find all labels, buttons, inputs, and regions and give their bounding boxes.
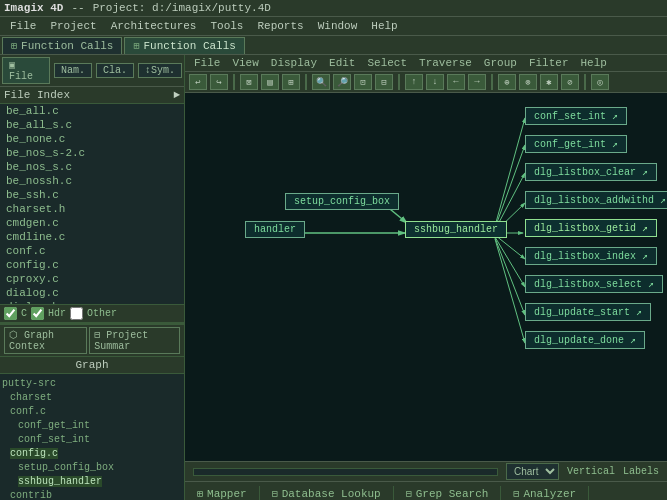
rt-select[interactable]: Select xyxy=(362,56,412,70)
tab-function-calls-1[interactable]: ⊞ Function Calls xyxy=(2,37,122,54)
node-dlg-listbox-clear[interactable]: dlg_listbox_clear ↗ xyxy=(525,163,657,181)
menu-architectures[interactable]: Architectures xyxy=(105,19,203,33)
horizontal-scrollbar[interactable] xyxy=(193,468,498,476)
left-tab-cla[interactable]: Cla. xyxy=(96,63,134,78)
list-item[interactable]: cmdgen.c xyxy=(0,216,184,230)
list-item[interactable]: be_ssh.c xyxy=(0,188,184,202)
bottom-tab-database-lookup[interactable]: ⊟ Database Lookup xyxy=(260,486,394,501)
rt-view[interactable]: View xyxy=(227,56,263,70)
bottom-tab-mapper[interactable]: ⊞ Mapper xyxy=(185,486,260,501)
graph-context-tab[interactable]: ⬡ Graph Contex xyxy=(4,327,87,354)
project-summary-tab[interactable]: ⊟ Project Summar xyxy=(89,327,180,354)
icon-btn-11[interactable]: ↓ xyxy=(426,74,444,90)
list-item[interactable]: cmdline.c xyxy=(0,230,184,244)
left-tab-sym[interactable]: ↕Sym. xyxy=(138,63,182,78)
icon-btn-3[interactable]: ⊠ xyxy=(240,74,258,90)
left-toolbar: ▣ File Nam. Cla. ↕Sym. xyxy=(0,55,184,87)
icon-btn-18[interactable]: ◎ xyxy=(591,74,609,90)
right-panel: File View Display Edit Select Traverse G… xyxy=(185,55,667,500)
tree-item-conf-get-int[interactable]: conf_get_int xyxy=(2,418,182,432)
menu-window[interactable]: Window xyxy=(312,19,364,33)
node-setup-config-box[interactable]: setup_config_box xyxy=(285,193,399,210)
icon-btn-14[interactable]: ⊕ xyxy=(498,74,516,90)
menu-project[interactable]: Project xyxy=(44,19,102,33)
filter-c-checkbox[interactable] xyxy=(4,307,17,320)
icon-btn-5[interactable]: ⊞ xyxy=(282,74,300,90)
filter-other-checkbox[interactable] xyxy=(70,307,83,320)
node-sshbug-handler[interactable]: sshbug_handler xyxy=(405,221,507,238)
list-item[interactable]: be_none.c xyxy=(0,132,184,146)
rt-file[interactable]: File xyxy=(189,56,225,70)
node-dlg-update-done[interactable]: dlg_update_done ↗ xyxy=(525,331,645,349)
bottom-tab-grep-search[interactable]: ⊟ Grep Search xyxy=(394,486,502,501)
file-index-label: File Index xyxy=(4,89,70,101)
menu-reports[interactable]: Reports xyxy=(251,19,309,33)
list-item[interactable]: config.c xyxy=(0,258,184,272)
tree-item-conf-set-int[interactable]: conf_set_int xyxy=(2,432,182,446)
icon-btn-17[interactable]: ⊘ xyxy=(561,74,579,90)
node-dlg-listbox-getid[interactable]: dlg_listbox_getid ↗ xyxy=(525,219,657,237)
rt-display[interactable]: Display xyxy=(266,56,322,70)
tree-item-setup-config-box[interactable]: setup_config_box xyxy=(2,460,182,474)
file-list[interactable]: be_all.c be_all_s.c be_none.c be_nos_s-2… xyxy=(0,104,184,304)
tree-item-putty-src[interactable]: putty-src xyxy=(2,376,182,390)
filter-hdr-checkbox[interactable] xyxy=(31,307,44,320)
filter-c-label: C xyxy=(21,308,27,319)
rt-help[interactable]: Help xyxy=(575,56,611,70)
database-lookup-label: Database Lookup xyxy=(282,488,381,500)
icon-btn-13[interactable]: → xyxy=(468,74,486,90)
icon-btn-7[interactable]: 🔎 xyxy=(333,74,351,90)
list-item[interactable]: be_nos_s-2.c xyxy=(0,146,184,160)
list-item[interactable]: conf.c xyxy=(0,244,184,258)
node-dlg-listbox-select[interactable]: dlg_listbox_select ↗ xyxy=(525,275,663,293)
rt-filter[interactable]: Filter xyxy=(524,56,574,70)
rt-edit[interactable]: Edit xyxy=(324,56,360,70)
chart-select[interactable]: Chart xyxy=(506,463,559,480)
list-item[interactable]: charset.h xyxy=(0,202,184,216)
menu-help[interactable]: Help xyxy=(365,19,403,33)
tab-function-calls-2[interactable]: ⊞ Function Calls xyxy=(124,37,244,54)
icon-btn-16[interactable]: ✱ xyxy=(540,74,558,90)
tree-item-conf-c[interactable]: conf.c xyxy=(2,404,182,418)
left-tab-file[interactable]: ▣ File xyxy=(2,57,50,84)
expand-icon[interactable]: ► xyxy=(173,89,180,101)
list-item[interactable]: be_all_s.c xyxy=(0,118,184,132)
left-tab-nam[interactable]: Nam. xyxy=(54,63,92,78)
vertical-label: Vertical xyxy=(567,466,615,477)
tree-item-charset[interactable]: charset xyxy=(2,390,182,404)
tree-item-config-c[interactable]: config.c xyxy=(2,446,182,460)
menu-items[interactable]: File Project Architectures Tools Reports… xyxy=(4,19,404,33)
node-handler[interactable]: handler xyxy=(245,221,305,238)
rt-traverse[interactable]: Traverse xyxy=(414,56,477,70)
list-item[interactable]: be_nossh.c xyxy=(0,174,184,188)
left-panel: ▣ File Nam. Cla. ↕Sym. File Index ► be_a… xyxy=(0,55,185,500)
node-dlg-listbox-addwithd[interactable]: dlg_listbox_addwithd ↗ xyxy=(525,191,667,209)
node-conf-get-int[interactable]: conf_get_int ↗ xyxy=(525,135,627,153)
list-item[interactable]: be_all.c xyxy=(0,104,184,118)
svg-line-10 xyxy=(495,238,525,315)
bottom-tab-analyzer[interactable]: ⊟ Analyzer xyxy=(501,486,589,501)
icon-btn-10[interactable]: ↑ xyxy=(405,74,423,90)
icon-btn-6[interactable]: 🔍 xyxy=(312,74,330,90)
svg-line-4 xyxy=(495,145,525,228)
list-item[interactable]: dialog.c xyxy=(0,286,184,300)
icon-btn-12[interactable]: ← xyxy=(447,74,465,90)
list-item[interactable]: cproxy.c xyxy=(0,272,184,286)
tree-item-sshbug-handler[interactable]: sshbug_handler xyxy=(2,474,182,488)
rt-group[interactable]: Group xyxy=(479,56,522,70)
icon-btn-9[interactable]: ⊟ xyxy=(375,74,393,90)
node-dlg-listbox-index[interactable]: dlg_listbox_index ↗ xyxy=(525,247,657,265)
icon-btn-1[interactable]: ↩ xyxy=(189,74,207,90)
node-conf-set-int[interactable]: conf_set_int ↗ xyxy=(525,107,627,125)
tree-item-contrib[interactable]: contrib xyxy=(2,488,182,500)
menu-tools[interactable]: Tools xyxy=(204,19,249,33)
icon-btn-2[interactable]: ↪ xyxy=(210,74,228,90)
list-item[interactable]: be_nos_s.c xyxy=(0,160,184,174)
icon-btn-15[interactable]: ⊗ xyxy=(519,74,537,90)
node-dlg-update-start[interactable]: dlg_update_start ↗ xyxy=(525,303,651,321)
icon-btn-4[interactable]: ▤ xyxy=(261,74,279,90)
file-index-header: File Index ► xyxy=(0,87,184,104)
menu-file[interactable]: File xyxy=(4,19,42,33)
separator-1 xyxy=(233,74,235,90)
icon-btn-8[interactable]: ⊡ xyxy=(354,74,372,90)
